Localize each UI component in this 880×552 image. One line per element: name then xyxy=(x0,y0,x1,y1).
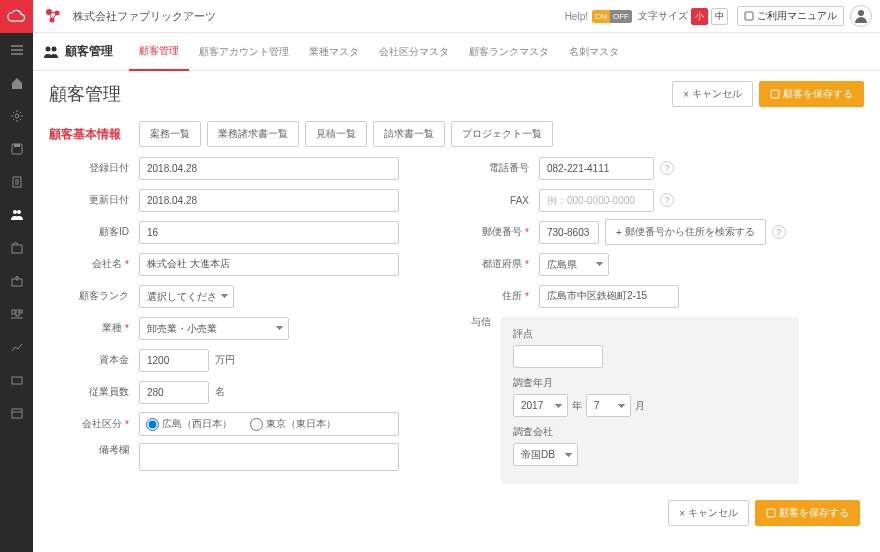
sidebar-inbox[interactable] xyxy=(0,363,33,396)
sidebar-settings[interactable] xyxy=(0,99,33,132)
save-button-top[interactable]: 顧客を保存する xyxy=(759,81,864,107)
tel-input[interactable] xyxy=(539,157,654,180)
sidebar-doc[interactable] xyxy=(0,165,33,198)
cloud-icon xyxy=(7,9,27,23)
division-radio-2[interactable]: 東京（東日本） xyxy=(250,417,336,431)
svg-rect-15 xyxy=(20,310,22,313)
stab-projects[interactable]: プロジェクト一覧 xyxy=(451,121,553,147)
cancel-button-top[interactable]: ×キャンセル xyxy=(672,81,753,107)
division-radio-1[interactable]: 広島（西日本） xyxy=(146,417,232,431)
zip-input[interactable] xyxy=(539,221,599,244)
sidebar xyxy=(0,33,33,552)
stab-task-invoices[interactable]: 業務諸求書一覧 xyxy=(207,121,299,147)
sidebar-menu[interactable] xyxy=(0,33,33,66)
stab-jobs[interactable]: 案務一覧 xyxy=(139,121,201,147)
fontsize-small-button[interactable]: 小 xyxy=(691,8,708,25)
inbox-icon xyxy=(10,373,24,387)
tel-help-icon[interactable]: ? xyxy=(660,161,674,175)
zip-label: 郵便番号* xyxy=(449,225,539,239)
credit-company-select[interactable]: 帝国DB xyxy=(513,443,578,466)
document-icon xyxy=(10,175,24,189)
pref-select[interactable]: 広島県 xyxy=(539,253,609,276)
people-icon xyxy=(10,208,24,222)
tab-customer-mgmt[interactable]: 顧客管理 xyxy=(129,33,189,71)
brand-icon xyxy=(39,2,67,30)
cust-id-input[interactable] xyxy=(139,221,399,244)
content-area: 顧客管理 ×キャンセル 顧客を保存する 顧客基本情報 案務一覧 業務諸求書一覧 … xyxy=(33,71,880,552)
on-off-toggle[interactable]: ON OFF xyxy=(592,10,632,23)
division-label: 会社区分* xyxy=(49,417,139,431)
rank-select[interactable]: 選択してください xyxy=(139,285,234,308)
upd-date-label: 更新日付 xyxy=(49,193,139,207)
page-title: 顧客管理 xyxy=(49,82,121,106)
note-textarea[interactable] xyxy=(139,443,399,471)
tab-rank-master[interactable]: 顧客ランクマスタ xyxy=(459,33,559,71)
capital-label: 資本金 xyxy=(49,353,139,367)
svg-point-19 xyxy=(52,46,57,51)
credit-year-select[interactable]: 2017 xyxy=(513,394,568,417)
gear-icon xyxy=(10,109,24,123)
calendar-icon xyxy=(10,406,24,420)
tel-label: 電話番号 xyxy=(449,161,539,175)
tab-industry-master[interactable]: 業種マスタ xyxy=(299,33,369,71)
company-name: 株式会社ファブリックアーツ xyxy=(73,9,216,24)
credit-box: 評点 調査年月 2017 年 7 月 調査会社 帝国DB xyxy=(501,317,799,484)
stab-quotes[interactable]: 見積一覧 xyxy=(305,121,367,147)
cancel-button-bottom[interactable]: ×キャンセル xyxy=(668,500,749,526)
svg-rect-14 xyxy=(16,310,19,316)
sidebar-customers[interactable] xyxy=(0,198,33,231)
employees-input[interactable] xyxy=(139,381,209,404)
sidebar-folder[interactable] xyxy=(0,231,33,264)
company-label: 会社名* xyxy=(49,257,139,271)
credit-ym-label: 調査年月 xyxy=(513,376,787,390)
zip-help-icon[interactable]: ? xyxy=(772,225,786,239)
zip-search-button[interactable]: +郵便番号から住所を検索する xyxy=(605,219,766,245)
fax-help-icon[interactable]: ? xyxy=(660,193,674,207)
company-input[interactable] xyxy=(139,253,399,276)
left-column: 登録日付 更新日付 顧客ID 会社名* 顧客ランク選択してください 業種*卸売業… xyxy=(49,155,409,484)
svg-rect-3 xyxy=(745,12,753,20)
tab-card-master[interactable]: 名刺マスタ xyxy=(559,33,629,71)
sidebar-chart[interactable] xyxy=(0,330,33,363)
sidebar-save[interactable] xyxy=(0,132,33,165)
sidebar-home[interactable] xyxy=(0,66,33,99)
svg-point-4 xyxy=(858,10,864,16)
stab-invoices[interactable]: 請求書一覧 xyxy=(373,121,445,147)
people-icon xyxy=(43,44,59,60)
person-icon xyxy=(853,8,869,24)
cust-id-label: 顧客ID xyxy=(49,225,139,239)
capital-unit: 万円 xyxy=(215,353,235,367)
help-link[interactable]: Help! xyxy=(565,11,588,22)
sidebar-export[interactable] xyxy=(0,264,33,297)
sidebar-board[interactable] xyxy=(0,297,33,330)
industry-select[interactable]: 卸売業・小売業 xyxy=(139,317,289,340)
app-logo[interactable] xyxy=(0,0,33,33)
close-icon: × xyxy=(679,508,685,519)
fontsize-mid-button[interactable]: 中 xyxy=(711,8,728,25)
toggle-on: ON xyxy=(592,10,610,23)
credit-month-select[interactable]: 7 xyxy=(586,394,631,417)
credit-score-input[interactable] xyxy=(513,345,603,368)
credit-score-label: 評点 xyxy=(513,327,787,341)
capital-input[interactable] xyxy=(139,349,209,372)
manual-label: ご利用マニュアル xyxy=(757,9,837,23)
upd-date-input[interactable] xyxy=(139,189,399,212)
tab-division-master[interactable]: 会社区分マスタ xyxy=(369,33,459,71)
section-title: 顧客基本情報 xyxy=(49,126,121,143)
save-button-bottom[interactable]: 顧客を保存する xyxy=(755,500,860,526)
tab-account-mgmt[interactable]: 顧客アカウント管理 xyxy=(189,33,299,71)
save-icon xyxy=(766,508,776,518)
manual-button[interactable]: ご利用マニュアル xyxy=(737,6,844,26)
sidebar-calendar[interactable] xyxy=(0,396,33,429)
section-tabs: 顧客基本情報 案務一覧 業務諸求書一覧 見積一覧 請求書一覧 プロジェクト一覧 xyxy=(49,121,864,147)
save-icon xyxy=(10,142,24,156)
export-icon xyxy=(10,274,24,288)
toggle-off: OFF xyxy=(610,10,632,23)
fontsize-label: 文字サイズ xyxy=(638,9,688,23)
svg-rect-11 xyxy=(12,245,22,253)
user-avatar[interactable] xyxy=(850,5,872,27)
reg-date-input[interactable] xyxy=(139,157,399,180)
credit-label: 与信 xyxy=(449,315,501,329)
fax-input[interactable] xyxy=(539,189,654,212)
addr-input[interactable] xyxy=(539,285,679,308)
